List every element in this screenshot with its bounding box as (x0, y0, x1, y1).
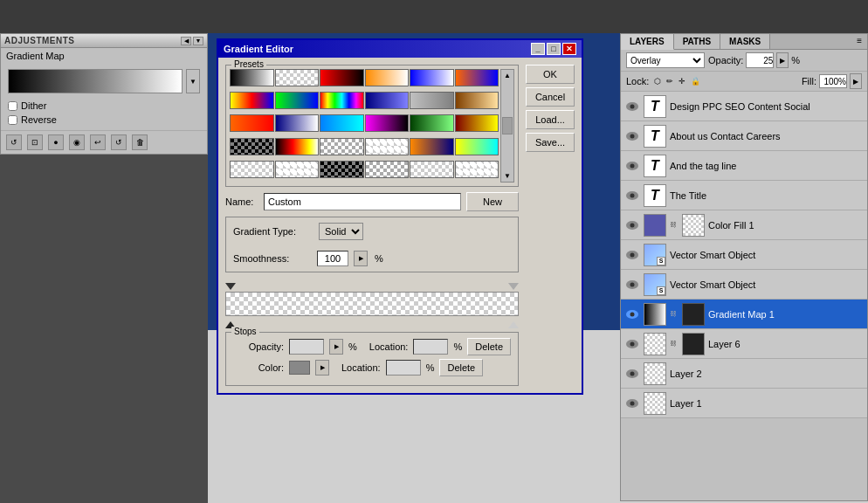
gradient-preview[interactable] (8, 69, 183, 93)
preset-8[interactable] (275, 92, 320, 109)
eye-icon[interactable] (626, 132, 638, 141)
preset-23[interactable] (410, 138, 454, 155)
layer-visibility[interactable] (624, 191, 640, 200)
layer-item[interactable]: Layer 2 (621, 359, 867, 389)
preset-22[interactable] (365, 138, 410, 155)
color-swatch[interactable] (289, 361, 310, 375)
opacity-input[interactable] (746, 52, 774, 68)
eye-icon[interactable] (626, 102, 638, 111)
layer-item[interactable]: ⛓ Color Fill 1 (621, 210, 867, 240)
layer-visibility[interactable] (624, 369, 640, 378)
gradient-type-select[interactable]: Solid (319, 223, 363, 240)
layer-item[interactable]: T Design PPC SEO Content Social (621, 92, 867, 121)
smoothness-input[interactable] (317, 251, 348, 266)
tab-layers[interactable]: LAYERS (621, 34, 674, 50)
preset-24[interactable] (455, 138, 499, 155)
layer-item[interactable]: T The Title (621, 181, 867, 210)
preset-3[interactable] (320, 69, 364, 86)
preset-27[interactable] (320, 161, 364, 178)
layer-item[interactable]: Layer 1 (621, 389, 867, 418)
blend-mode-select[interactable]: Overlay (626, 52, 705, 68)
eye-icon[interactable] (626, 280, 638, 289)
lock-position-icon[interactable]: ✛ (679, 77, 685, 86)
preset-18[interactable] (455, 114, 499, 132)
new-button[interactable]: New (466, 192, 519, 211)
dither-checkbox[interactable] (8, 101, 17, 111)
preset-29[interactable] (410, 161, 454, 178)
bottom-icon-6[interactable]: ↺ (111, 134, 127, 150)
opacity-stop-right[interactable] (508, 283, 519, 290)
layer-visibility[interactable] (624, 280, 640, 289)
preset-5[interactable] (410, 69, 454, 86)
preset-9[interactable] (320, 92, 364, 109)
color-stop-right[interactable] (508, 321, 519, 328)
layer-item-active[interactable]: ⛓ Gradient Map 1 (621, 300, 867, 329)
load-button[interactable]: Load... (526, 110, 575, 129)
presets-scrollbar[interactable]: ▲ ▼ (500, 69, 514, 183)
eye-icon[interactable] (626, 310, 638, 319)
cancel-button[interactable]: Cancel (526, 87, 575, 107)
fill-arrow[interactable]: ▶ (850, 73, 862, 89)
tab-masks[interactable]: MASKS (720, 34, 770, 49)
reverse-checkbox[interactable] (8, 115, 17, 125)
color-stepper[interactable]: ▶ (315, 360, 329, 376)
delete-btn-1[interactable]: Delete (467, 338, 511, 355)
layer-item[interactable]: ⛓ Layer 6 (621, 329, 867, 359)
preset-2[interactable] (275, 69, 320, 86)
layer-visibility[interactable] (624, 132, 640, 141)
opacity-value-input[interactable] (289, 339, 324, 355)
save-button[interactable]: Save... (526, 133, 575, 152)
layer-item[interactable]: S Vector Smart Object (621, 240, 867, 270)
lock-transparent-icon[interactable]: ⬡ (654, 77, 661, 86)
preset-1[interactable] (230, 69, 274, 86)
preset-16[interactable] (365, 114, 410, 132)
dialog-close-btn[interactable]: ✕ (562, 43, 576, 55)
preset-28[interactable] (365, 161, 410, 178)
scroll-thumb[interactable] (502, 117, 513, 134)
preset-10[interactable] (365, 92, 410, 109)
layer-visibility[interactable] (624, 102, 640, 111)
preset-7[interactable] (230, 92, 274, 109)
panel-minimize-btn[interactable]: ◀ (181, 37, 191, 45)
layer-visibility[interactable] (624, 221, 640, 230)
layer-visibility[interactable] (624, 162, 640, 170)
preset-13[interactable] (230, 114, 274, 132)
eye-icon[interactable] (626, 251, 638, 259)
preset-26[interactable] (275, 161, 320, 178)
ok-button[interactable]: OK (526, 65, 575, 84)
opacity-stop-left[interactable] (225, 283, 236, 290)
name-input[interactable] (264, 193, 461, 210)
preset-12[interactable] (455, 92, 499, 109)
bottom-icon-1[interactable]: ↺ (6, 134, 22, 150)
opacity-location-input[interactable] (413, 339, 448, 355)
dialog-maximize-btn[interactable]: □ (547, 43, 561, 55)
preset-11[interactable] (410, 92, 454, 109)
panel-menu-btn[interactable]: ▼ (193, 37, 203, 45)
preset-19[interactable] (230, 138, 274, 155)
preset-20[interactable] (275, 138, 320, 155)
eye-icon[interactable] (626, 369, 638, 378)
eye-icon[interactable] (626, 191, 638, 200)
layer-item[interactable]: T And the tag line (621, 151, 867, 181)
scroll-up-btn[interactable]: ▲ (504, 72, 511, 79)
preset-30[interactable] (455, 161, 499, 178)
layer-visibility[interactable] (624, 251, 640, 259)
layer-item[interactable]: T About us Contact Careers (621, 121, 867, 151)
bottom-icon-4[interactable]: ◉ (69, 134, 85, 150)
preset-25[interactable] (230, 161, 274, 178)
eye-icon[interactable] (626, 399, 638, 408)
dialog-minimize-btn[interactable]: _ (531, 43, 545, 55)
preset-17[interactable] (410, 114, 454, 132)
preset-6[interactable] (455, 69, 499, 86)
preset-4[interactable] (365, 69, 410, 86)
layer-visibility[interactable] (624, 340, 640, 348)
eye-icon[interactable] (626, 162, 638, 170)
lock-image-icon[interactable]: ✏ (666, 77, 673, 86)
fill-input[interactable] (819, 74, 847, 88)
bottom-icon-2[interactable]: ⊡ (27, 134, 43, 150)
opacity-arrow[interactable]: ▶ (776, 52, 789, 68)
color-location-input[interactable] (386, 360, 421, 376)
bottom-icon-5[interactable]: ↩ (90, 134, 106, 150)
delete-btn-2[interactable]: Delete (439, 359, 483, 376)
layers-options-btn[interactable]: ≡ (851, 34, 867, 49)
